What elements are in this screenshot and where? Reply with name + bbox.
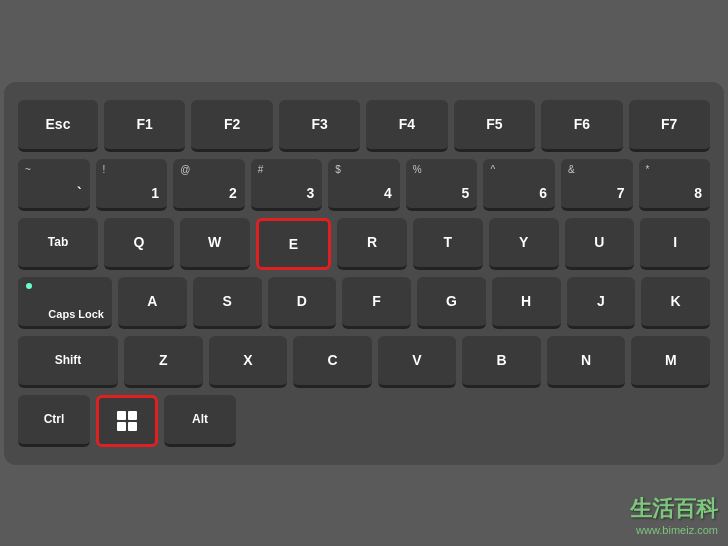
- key-g[interactable]: G: [417, 277, 486, 329]
- key-b[interactable]: B: [462, 336, 541, 388]
- bottom-row: Ctrl Alt: [18, 395, 710, 447]
- key-s[interactable]: S: [193, 277, 262, 329]
- key-1[interactable]: !1: [96, 159, 168, 211]
- key-j[interactable]: J: [567, 277, 636, 329]
- key-8[interactable]: *8: [639, 159, 711, 211]
- key-ctrl[interactable]: Ctrl: [18, 395, 90, 447]
- key-y[interactable]: Y: [489, 218, 559, 270]
- watermark: 生活百科 www.bimeiz.com: [630, 494, 718, 536]
- key-shift[interactable]: Shift: [18, 336, 118, 388]
- key-f6[interactable]: F6: [541, 100, 622, 152]
- key-u[interactable]: U: [565, 218, 635, 270]
- key-7[interactable]: &7: [561, 159, 633, 211]
- key-3[interactable]: #3: [251, 159, 323, 211]
- asdf-row: Caps Lock A S D F G H J K: [18, 277, 710, 329]
- key-q[interactable]: Q: [104, 218, 174, 270]
- windows-icon: [117, 411, 137, 431]
- key-4[interactable]: $4: [328, 159, 400, 211]
- key-f3[interactable]: F3: [279, 100, 360, 152]
- key-f7[interactable]: F7: [629, 100, 710, 152]
- key-i[interactable]: I: [640, 218, 710, 270]
- key-f2[interactable]: F2: [191, 100, 272, 152]
- watermark-url: www.bimeiz.com: [636, 524, 718, 536]
- key-e[interactable]: E: [256, 218, 332, 270]
- key-v[interactable]: V: [378, 336, 457, 388]
- qwerty-row: Tab Q W E R T Y U I: [18, 218, 710, 270]
- key-w[interactable]: W: [180, 218, 250, 270]
- zxcv-row: Shift Z X C V B N M: [18, 336, 710, 388]
- key-x[interactable]: X: [209, 336, 288, 388]
- key-5[interactable]: %5: [406, 159, 478, 211]
- key-tab[interactable]: Tab: [18, 218, 98, 270]
- key-tilde[interactable]: ~`: [18, 159, 90, 211]
- key-2[interactable]: @2: [173, 159, 245, 211]
- keyboard-wrapper: Esc F1 F2 F3 F4 F5 F6 F7 ~` !1 @2 #3 $4 …: [0, 0, 728, 546]
- key-f5[interactable]: F5: [454, 100, 535, 152]
- key-c[interactable]: C: [293, 336, 372, 388]
- key-6[interactable]: ^6: [483, 159, 555, 211]
- key-n[interactable]: N: [547, 336, 626, 388]
- key-r[interactable]: R: [337, 218, 407, 270]
- keyboard: Esc F1 F2 F3 F4 F5 F6 F7 ~` !1 @2 #3 $4 …: [4, 82, 724, 465]
- key-z[interactable]: Z: [124, 336, 203, 388]
- key-f[interactable]: F: [342, 277, 411, 329]
- key-f4[interactable]: F4: [366, 100, 447, 152]
- fn-row: Esc F1 F2 F3 F4 F5 F6 F7: [18, 100, 710, 152]
- key-a[interactable]: A: [118, 277, 187, 329]
- key-h[interactable]: H: [492, 277, 561, 329]
- key-t[interactable]: T: [413, 218, 483, 270]
- key-alt[interactable]: Alt: [164, 395, 236, 447]
- key-f1[interactable]: F1: [104, 100, 185, 152]
- key-win[interactable]: [96, 395, 158, 447]
- key-m[interactable]: M: [631, 336, 710, 388]
- watermark-chinese: 生活百科: [630, 494, 718, 524]
- key-esc[interactable]: Esc: [18, 100, 98, 152]
- key-d[interactable]: D: [268, 277, 337, 329]
- key-capslock[interactable]: Caps Lock: [18, 277, 112, 329]
- number-row: ~` !1 @2 #3 $4 %5 ^6 &7 *8: [18, 159, 710, 211]
- key-k[interactable]: K: [641, 277, 710, 329]
